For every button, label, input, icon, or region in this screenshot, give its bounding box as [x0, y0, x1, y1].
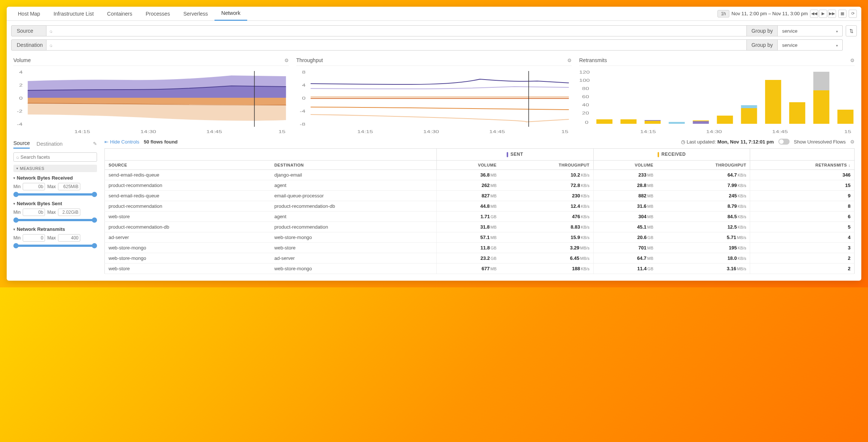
cell-destination: agent: [271, 180, 436, 190]
refresh-icon[interactable]: ⟳: [849, 10, 857, 18]
tab-serverless[interactable]: Serverless: [177, 7, 214, 20]
chart-volume-body: 4 2 0 -2 -4 14:15 14:30 14:45: [13, 68, 289, 135]
tab-network[interactable]: Network: [214, 7, 247, 21]
col-retransmits[interactable]: RETRANSMITS ↓: [750, 160, 855, 170]
destination-groupby-select[interactable]: service: [778, 39, 843, 51]
col-sent-throughput[interactable]: THROUGHPUT: [500, 160, 593, 170]
tab-processes[interactable]: Processes: [139, 7, 177, 20]
destination-groupby-label: Group by: [747, 39, 778, 51]
gear-icon[interactable]: ⚙: [567, 58, 572, 63]
cell-recv-volume: 11.4GB: [593, 263, 657, 274]
cell-recv-throughput: 84.5KB/s: [657, 211, 750, 222]
measures-header[interactable]: MEASURES: [13, 165, 97, 172]
table-row[interactable]: web-store-mongoweb-store11.8GB3.29MB/s70…: [105, 242, 855, 253]
cell-destination: django-email: [271, 170, 436, 180]
calendar-icon[interactable]: ▦: [838, 10, 846, 18]
retrans-max-input[interactable]: [58, 234, 80, 242]
hide-controls-button[interactable]: ⇤Hide Controls: [104, 139, 139, 145]
cell-destination: agent: [271, 211, 436, 222]
bytes-recv-slider[interactable]: [15, 193, 96, 196]
facet-search-input[interactable]: [13, 152, 97, 162]
svg-rect-39: [813, 90, 829, 124]
tab-infrastructure-list[interactable]: Infrastructure List: [47, 7, 100, 20]
time-play-icon[interactable]: ▶: [819, 10, 827, 18]
retrans-min-input[interactable]: [23, 234, 45, 242]
table-row[interactable]: product-recommendationproduct-recommenda…: [105, 201, 855, 211]
chevron-down-icon: [836, 42, 838, 48]
source-groupby-label: Group by: [747, 25, 778, 36]
cell-source: product-recommendation: [105, 201, 271, 211]
time-range-pill[interactable]: 1h: [717, 10, 729, 17]
table-row[interactable]: product-recommendationagent262MB72.8KB/s…: [105, 180, 855, 190]
svg-rect-31: [669, 122, 685, 124]
table-row[interactable]: ad-serverweb-store-mongo57.1MB15.9KB/s20…: [105, 232, 855, 242]
table-row[interactable]: web-storeagent1.71GB476KB/s304MB84.5KB/s…: [105, 211, 855, 222]
svg-text:0: 0: [19, 96, 22, 100]
sub-tab-destination[interactable]: Destination: [36, 139, 62, 148]
cell-retransmits: 6: [750, 211, 855, 222]
table-row[interactable]: product-recommendation-dbproduct-recomme…: [105, 222, 855, 232]
cell-recv-throughput: 195KB/s: [657, 242, 750, 253]
cell-destination: web-store: [271, 242, 436, 253]
chart-throughput-body: 8 4 0 -4 -8 14:15 14:30 14:45 15: [296, 68, 572, 135]
destination-filter-label: Destination: [11, 39, 46, 51]
cell-recv-throughput: 5.71MB/s: [657, 232, 750, 242]
retrans-slider[interactable]: [15, 245, 96, 247]
chevron-down-icon: [836, 28, 838, 34]
bytes-sent-slider[interactable]: [15, 219, 96, 221]
search-icon: [49, 28, 52, 34]
cell-retransmits: 8: [750, 201, 855, 211]
svg-text:-4: -4: [17, 122, 22, 126]
col-recv-throughput[interactable]: THROUGHPUT: [657, 160, 750, 170]
table-row[interactable]: web-store-mongoad-server23.2GB6.45MB/s64…: [105, 253, 855, 263]
destination-filter-input[interactable]: [46, 39, 747, 51]
svg-text:0: 0: [585, 120, 588, 125]
bytes-sent-max-input[interactable]: [58, 209, 80, 216]
chart-retransmits: Retransmits ⚙ 120 100 80 60 40 20 0: [579, 55, 855, 135]
svg-text:14:30: 14:30: [706, 129, 722, 134]
svg-text:4: 4: [302, 83, 305, 87]
col-sent-volume[interactable]: VOLUME: [436, 160, 500, 170]
svg-text:14:15: 14:15: [640, 129, 656, 134]
received-group-header: RECEIVED: [593, 149, 750, 161]
time-back-icon[interactable]: ◀◀: [810, 10, 818, 18]
cell-retransmits: 5: [750, 222, 855, 232]
gear-icon[interactable]: ⚙: [850, 139, 855, 145]
svg-rect-40: [813, 72, 829, 90]
last-updated-text: ◷ Last updated: Mon, Nov 11, 7:12:01 pm: [681, 139, 774, 145]
cell-source: product-recommendation-db: [105, 222, 271, 232]
cell-recv-volume: 20.6GB: [593, 232, 657, 242]
table-row[interactable]: send-email-redis-queueemail-queue-proces…: [105, 190, 855, 201]
source-groupby-select[interactable]: service: [778, 25, 843, 36]
sub-tab-source[interactable]: Source: [13, 139, 30, 149]
tab-containers[interactable]: Containers: [100, 7, 139, 20]
gear-icon[interactable]: ⚙: [284, 58, 289, 63]
bytes-recv-min-input[interactable]: [23, 183, 45, 190]
cell-recv-volume: 31.6MB: [593, 201, 657, 211]
svg-rect-32: [693, 121, 709, 124]
svg-text:-4: -4: [300, 109, 305, 113]
col-recv-volume[interactable]: VOLUME: [593, 160, 657, 170]
facet-bytes-sent: Network Bytes Sent Min Max: [13, 201, 97, 221]
chart-throughput-title: Throughput: [296, 57, 323, 63]
show-unresolved-toggle[interactable]: [778, 139, 790, 145]
time-forward-icon[interactable]: ▶▶: [828, 10, 836, 18]
cell-retransmits: 2: [750, 253, 855, 263]
facet-retransmits: Network Retransmits Min Max: [13, 226, 97, 247]
table-row[interactable]: send-email-redis-queuedjango-email36.8MB…: [105, 170, 855, 180]
svg-rect-30: [645, 120, 661, 121]
edit-icon[interactable]: ✎: [93, 141, 97, 146]
tab-host-map[interactable]: Host Map: [11, 7, 47, 20]
col-source[interactable]: SOURCE: [105, 160, 271, 170]
table-row[interactable]: web-storeweb-store-mongo677MB188KB/s11.4…: [105, 263, 855, 274]
bytes-recv-max-input[interactable]: [58, 183, 80, 190]
chevron-down-icon: [13, 201, 15, 206]
gear-icon[interactable]: ⚙: [850, 58, 855, 63]
col-destination[interactable]: DESTINATION: [271, 160, 436, 170]
swap-source-dest-button[interactable]: ⇅: [846, 25, 857, 36]
cell-source: product-recommendation: [105, 180, 271, 190]
facet-sidebar: Source Destination ✎ MEASURES Network By…: [13, 139, 97, 274]
source-filter-input[interactable]: [46, 25, 747, 36]
bytes-sent-min-input[interactable]: [23, 209, 45, 216]
cell-recv-volume: 28.8MB: [593, 180, 657, 190]
